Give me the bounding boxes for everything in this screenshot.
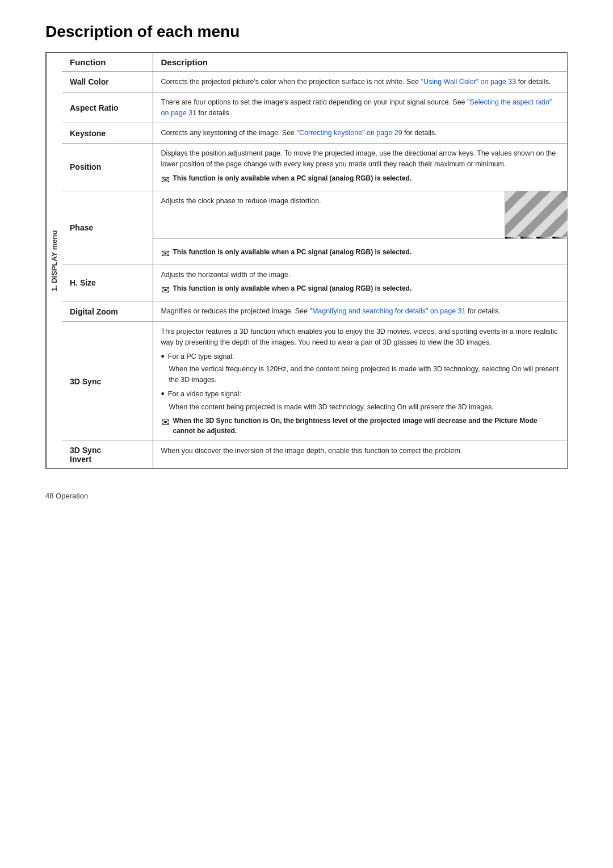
description-cell: There are four options to set the image'… xyxy=(153,92,567,123)
link[interactable]: "Using Wall Color" on page 33 xyxy=(421,78,517,86)
link[interactable]: "Magnifying and searching for details" o… xyxy=(309,307,465,315)
function-cell: Digital Zoom xyxy=(62,301,153,322)
main-table-wrapper: 1. DISPLAY menu Function Description Wal… xyxy=(45,52,568,469)
note-text: This function is only available when a P… xyxy=(173,173,412,183)
content-table: Function Description Wall Color Corrects… xyxy=(62,53,567,468)
note-icon: ✉ xyxy=(161,174,170,186)
note-text: When the 3D Sync function is On, the bri… xyxy=(173,416,560,436)
table-row: 3D Sync Invert When you discover the inv… xyxy=(62,441,567,469)
phase-note-area: ✉ This function is only available when a… xyxy=(153,238,568,265)
description-cell: Corrects any keystoning of the image. Se… xyxy=(153,123,567,144)
description-cell: Displays the position adjustment page. T… xyxy=(153,144,567,191)
note-icon: ✉ xyxy=(161,284,170,296)
phase-text-area: Adjusts the clock phase to reduce image … xyxy=(153,191,505,238)
function-cell: 3D Sync Invert xyxy=(62,441,153,469)
function-cell: Keystone xyxy=(62,123,153,144)
bullet-label: For a PC type signal: xyxy=(168,351,234,362)
col-description-header: Description xyxy=(153,53,567,72)
sidebar-label: 1. DISPLAY menu xyxy=(46,53,62,468)
function-cell: 3D Sync xyxy=(62,322,153,441)
description-cell: This projector features a 3D function wh… xyxy=(153,322,567,441)
phase-content: Adjusts the clock phase to reduce image … xyxy=(153,191,568,238)
note-icon: ✉ xyxy=(161,416,170,429)
note-text: This function is only available when a P… xyxy=(173,283,412,293)
bullet-item: • For a video type signal: xyxy=(161,389,560,400)
table-header-row: Function Description xyxy=(62,53,567,72)
table-row: Wall Color Corrects the projected pictur… xyxy=(62,72,567,93)
note-box: ✉ This function is only available when a… xyxy=(161,247,560,260)
table-row: Keystone Corrects any keystoning of the … xyxy=(62,123,567,144)
table-row: Position Displays the position adjustmen… xyxy=(62,144,567,191)
function-cell: H. Size xyxy=(62,265,153,301)
note-box: ✉ When the 3D Sync function is On, the b… xyxy=(161,416,560,436)
description-cell: Adjusts the horizontal width of the imag… xyxy=(153,265,567,301)
page-title: Description of each menu xyxy=(45,23,568,41)
bullet-icon: • xyxy=(161,389,165,399)
description-cell: When you discover the inversion of the i… xyxy=(153,441,567,469)
description-cell: Magnifies or reduces the projected image… xyxy=(153,301,567,322)
table-row: H. Size Adjusts the horizontal width of … xyxy=(62,265,567,301)
function-cell: Aspect Ratio xyxy=(62,92,153,123)
note-box: ✉ This function is only available when a… xyxy=(161,283,560,296)
bullet-item: • For a PC type signal: xyxy=(161,351,560,362)
table-row: Digital Zoom Magnifies or reduces the pr… xyxy=(62,301,567,322)
function-cell: Wall Color xyxy=(62,72,153,93)
footer: 48 Operation xyxy=(45,492,568,500)
note-text: This function is only available when a P… xyxy=(173,247,412,257)
bullet-icon: • xyxy=(161,351,165,362)
note-icon: ✉ xyxy=(161,248,170,260)
phase-image xyxy=(505,191,567,238)
function-cell: Position xyxy=(62,144,153,191)
table-row: Aspect Ratio There are four options to s… xyxy=(62,92,567,123)
link[interactable]: "Correcting keystone" on page 29 xyxy=(297,129,402,137)
bullet-label: For a video type signal: xyxy=(168,389,241,400)
table-row: 3D Sync This projector features a 3D fun… xyxy=(62,322,567,441)
description-cell: Adjusts the clock phase to reduce image … xyxy=(153,191,567,265)
function-cell: Phase xyxy=(62,191,153,265)
description-cell: Corrects the projected picture's color w… xyxy=(153,72,567,93)
col-function-header: Function xyxy=(62,53,153,72)
table-row: Phase Adjusts the clock phase to reduce … xyxy=(62,191,567,265)
note-box: ✉ This function is only available when a… xyxy=(161,173,560,186)
